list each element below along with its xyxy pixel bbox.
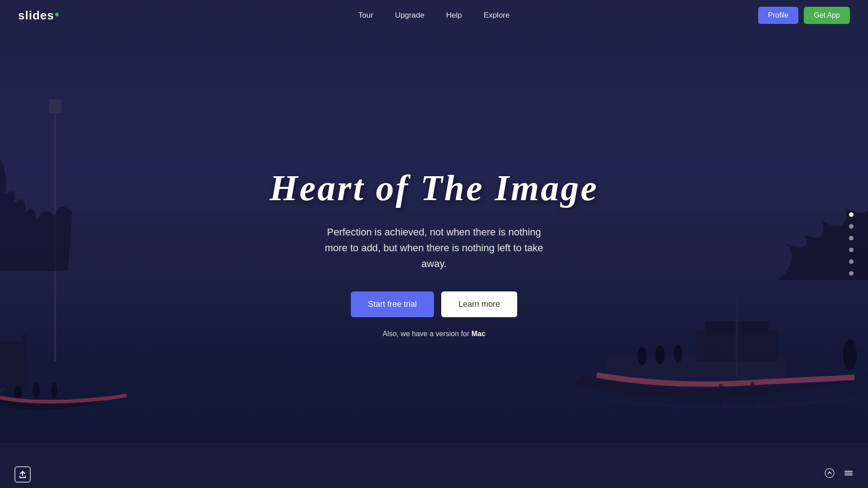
nav-link-tour[interactable]: Tour [359,11,373,20]
hero-subtitle: Perfection is achieved, not when there i… [316,224,552,272]
slide-dots [849,212,854,276]
share-icon[interactable] [14,466,31,483]
slide-dot-2[interactable] [849,224,854,229]
hero-buttons: Start free trial Learn more [351,291,517,317]
bottom-bar [0,461,868,488]
logo[interactable]: slides [18,9,59,23]
hero-title-text: Heart of The Image [269,168,598,208]
bottom-right-icons [825,468,854,481]
slide-dot-6[interactable] [849,271,854,276]
svg-point-17 [825,469,834,478]
slide-dot-1[interactable] [849,212,854,217]
mac-note: Also, we have a version for Mac [382,330,486,338]
slide-dot-4[interactable] [849,248,854,252]
nav-links: Tour Upgrade Help Explore [359,11,510,20]
slide-dot-3[interactable] [849,236,854,240]
nav-link-explore[interactable]: Explore [484,11,510,20]
nav-link-upgrade[interactable]: Upgrade [395,11,425,20]
hero-section: Heart of The Image Perfection is achieve… [0,0,868,488]
logo-text: slides [18,9,54,23]
mac-note-prefix: Also, we have a version for [382,330,472,338]
scroll-up-icon[interactable] [825,468,835,481]
logo-dot [55,13,59,16]
navbar: slides Tour Upgrade Help Explore Profile… [0,0,868,31]
hero-title: Heart of The Image [269,168,598,208]
mac-label[interactable]: Mac [472,330,486,338]
nav-link-help[interactable]: Help [446,11,462,20]
menu-icon[interactable] [844,468,854,481]
profile-button[interactable]: Profile [758,7,798,24]
start-trial-button[interactable]: Start free trial [351,291,434,317]
slide-dot-5[interactable] [849,259,854,264]
learn-more-button[interactable]: Learn more [441,291,517,317]
get-app-button[interactable]: Get App [804,7,850,24]
nav-actions: Profile Get App [758,7,850,24]
